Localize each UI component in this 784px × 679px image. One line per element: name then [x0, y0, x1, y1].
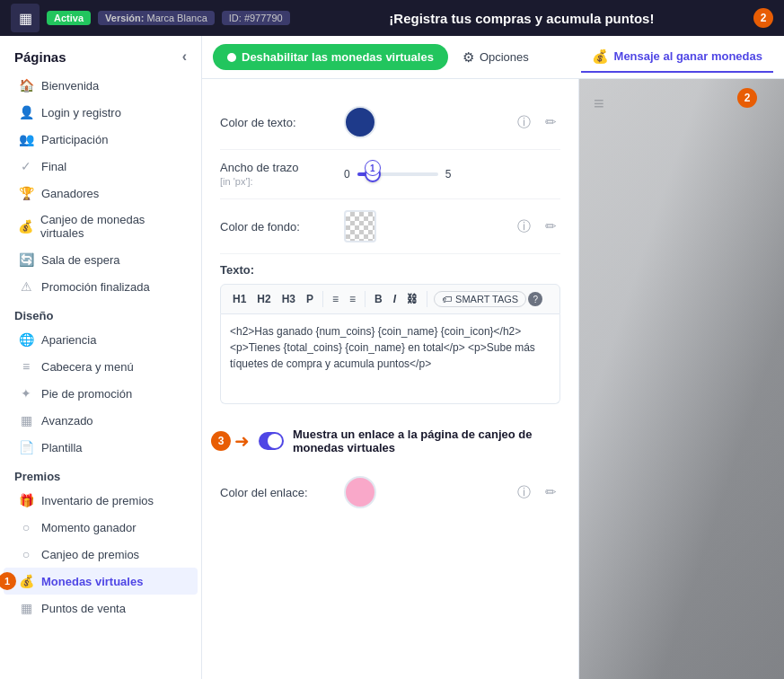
- main-panel: Color de texto: ⓘ ✏ Ancho de trazo [in '…: [202, 79, 784, 679]
- preview-image: ≡ 2: [579, 79, 784, 679]
- bg-color-swatch[interactable]: [344, 210, 376, 242]
- options-btn[interactable]: ⚙ Opciones: [452, 43, 540, 72]
- design-nav: 🌐 Apariencia ≡ Cabecera y menú ✦ Pie de …: [0, 326, 201, 461]
- options-btn-label: Opciones: [480, 50, 529, 64]
- help-icon[interactable]: ?: [528, 292, 542, 306]
- edit-icon-bg-color[interactable]: ✏: [542, 216, 560, 236]
- badge-active: Activa: [47, 11, 91, 25]
- disable-btn-label: Deshabilitar las monedas virtuales: [242, 50, 434, 64]
- text-section: Texto: H1 H2 H3 P ≡ ≡ B I ⛓: [220, 254, 560, 413]
- sidebar-item-ganadores[interactable]: 🏆 Ganadores: [4, 180, 198, 207]
- bg-color-label: Color de fondo:: [220, 220, 337, 234]
- toolbar-italic[interactable]: I: [389, 290, 401, 308]
- toggle-row: 3 ➜ Muestra un enlace a la página de can…: [220, 417, 560, 465]
- preview-panel: ≡ 2: [579, 79, 784, 679]
- circle2-icon: ○: [18, 547, 34, 561]
- toolbar-link[interactable]: ⛓: [402, 290, 422, 308]
- color-text-label: Color de texto:: [220, 116, 337, 129]
- toolbar-divider-2: [365, 291, 366, 307]
- link-color-label: Color del enlace:: [220, 486, 337, 499]
- stroke-width-row: Ancho de trazo [in 'px']: 0 1 5: [220, 150, 560, 199]
- text-content-area[interactable]: <h2>Has ganado {num_coins} {coin_name} {…: [220, 314, 560, 404]
- notification-badge[interactable]: 2: [753, 8, 773, 28]
- toolbar-list-ol[interactable]: ≡: [328, 290, 343, 308]
- home-icon: 🏠: [18, 78, 34, 93]
- toolbar-h1[interactable]: H1: [228, 290, 251, 308]
- refresh-icon: 🔄: [18, 252, 34, 267]
- sidebar-item-momento[interactable]: ○ Momento ganador: [4, 514, 198, 541]
- sidebar-item-login[interactable]: 👤 Login y registro: [4, 99, 198, 126]
- sidebar-collapse-btn[interactable]: ‹: [182, 48, 187, 65]
- sidebar-item-plantilla[interactable]: 📄 Plantilla: [4, 434, 198, 461]
- sidebar-item-label: Final: [41, 160, 66, 173]
- sidebar-item-bienvenida[interactable]: 🏠 Bienvenida: [4, 72, 198, 99]
- coin-icon: 💰: [18, 219, 33, 234]
- toolbar-h2[interactable]: H2: [252, 290, 275, 308]
- stroke-width-label: Ancho de trazo [in 'px']:: [220, 161, 337, 188]
- slider-container[interactable]: 1: [357, 172, 438, 176]
- toggle-knob: [268, 434, 282, 448]
- sidebar-item-pie[interactable]: ✦ Pie de promoción: [4, 380, 198, 407]
- pages-title: Páginas: [14, 49, 66, 65]
- bg-color-row: Color de fondo: ⓘ ✏: [220, 199, 560, 254]
- sidebar-item-puntos[interactable]: ▦ Puntos de venta: [4, 595, 198, 622]
- menu-icon: ≡: [18, 359, 34, 374]
- sidebar-item-final[interactable]: ✓ Final: [4, 153, 198, 180]
- design-section-title: Diseño: [0, 300, 201, 326]
- text-toolbar: H1 H2 H3 P ≡ ≡ B I ⛓ 🏷: [220, 284, 560, 314]
- edit-icon-link-color[interactable]: ✏: [542, 482, 560, 502]
- grid-icon: ▦: [18, 413, 34, 428]
- toolbar-p[interactable]: P: [302, 290, 318, 308]
- smart-tags-btn[interactable]: 🏷 SMART TAGS: [434, 291, 526, 307]
- topbar-logo: ▦: [11, 4, 40, 32]
- link-color-swatch[interactable]: [344, 476, 376, 508]
- message-tab[interactable]: 💰 Mensaje al ganar monedas: [581, 42, 773, 73]
- circle-icon: ○: [18, 520, 34, 534]
- content-area: Deshabilitar las monedas virtuales ⚙ Opc…: [202, 36, 784, 679]
- sidebar-item-label: Plantilla: [41, 441, 83, 454]
- sidebar-item-inventario[interactable]: 🎁 Inventario de premios: [4, 487, 198, 514]
- sidebar-item-label: Avanzado: [41, 414, 93, 428]
- sidebar-item-monedas[interactable]: 💰 Monedas virtuales 1: [4, 568, 198, 595]
- coin-tab-icon: 💰: [592, 48, 609, 65]
- slider-row: 0 1 5: [344, 168, 451, 181]
- sidebar-item-label: Sala de espera: [41, 253, 119, 267]
- info-icon-link-color[interactable]: ⓘ: [514, 482, 534, 503]
- gift-icon: 🎁: [18, 493, 34, 507]
- badge-id: ID: #977790: [222, 11, 290, 25]
- annotation-2: 2: [737, 88, 757, 108]
- toolbar-bold[interactable]: B: [370, 290, 387, 308]
- sidebar-item-apariencia[interactable]: 🌐 Apariencia: [4, 326, 198, 353]
- arrow-icon: ➜: [234, 430, 250, 452]
- color-text-row: Color de texto: ⓘ ✏: [220, 95, 560, 150]
- grid2-icon: ▦: [18, 601, 34, 615]
- slider-value-bubble: 1: [365, 160, 381, 176]
- toggle-switch[interactable]: [259, 432, 284, 450]
- sidebar-item-canjeo-monedas[interactable]: 💰 Canjeo de monedas virtuales: [4, 207, 198, 246]
- gear-icon: ⚙: [462, 49, 474, 66]
- sidebar-item-sala-espera[interactable]: 🔄 Sala de espera: [4, 246, 198, 273]
- info-icon-bg-color[interactable]: ⓘ: [514, 216, 534, 237]
- disable-btn[interactable]: Deshabilitar las monedas virtuales: [213, 44, 448, 70]
- sidebar-item-label: Ganadores: [41, 187, 99, 200]
- toggle-dot: [227, 53, 236, 62]
- prizes-nav: 🎁 Inventario de premios ○ Momento ganado…: [0, 487, 201, 622]
- toolbar-list-ul[interactable]: ≡: [345, 290, 360, 308]
- sidebar-item-canjeo-premios[interactable]: ○ Canjeo de premios: [4, 541, 198, 568]
- sidebar-item-cabecera[interactable]: ≡ Cabecera y menú: [4, 353, 198, 380]
- slider-max: 5: [445, 168, 452, 181]
- toolbar-h3[interactable]: H3: [277, 290, 300, 308]
- color-text-swatch[interactable]: [344, 106, 376, 138]
- tag-icon: 🏷: [442, 294, 452, 304]
- sidebar-item-participacion[interactable]: 👥 Participación: [4, 126, 198, 153]
- sidebar-item-promo-finalizada[interactable]: ⚠ Promoción finalizada: [4, 273, 198, 300]
- edit-icon-color-text[interactable]: ✏: [542, 112, 560, 132]
- topbar-title: ¡Registra tus compras y acumula puntos!: [297, 11, 746, 26]
- sidebar-item-avanzado[interactable]: ▦ Avanzado: [4, 407, 198, 434]
- main-layout: Páginas ‹ 🏠 Bienvenida 👤 Login y registr…: [0, 36, 784, 679]
- topbar: ▦ Activa Versión: Marca Blanca ID: #9777…: [0, 0, 784, 36]
- sidebar-item-label: Bienvenida: [41, 79, 99, 93]
- sidebar-item-label: Promoción finalizada: [41, 280, 150, 294]
- info-icon-color-text[interactable]: ⓘ: [514, 112, 534, 133]
- sidebar-item-label: Cabecera y menú: [41, 360, 134, 374]
